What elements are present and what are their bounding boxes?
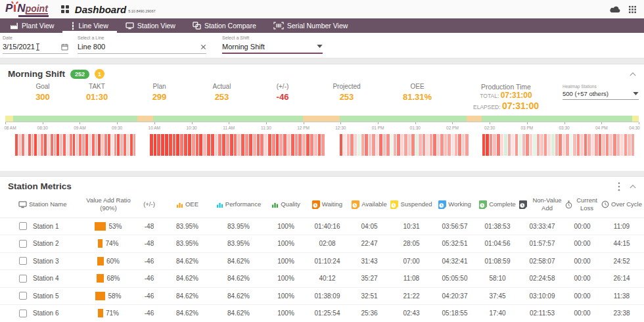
- production-time: Production Time TOTAL: 07:31:00 ELAPSED:…: [453, 83, 559, 112]
- table-row[interactable]: Station 671%-4684.62%84.62%100%01:25:542…: [0, 305, 644, 322]
- row-checkbox[interactable]: [19, 240, 27, 248]
- col-header-name[interactable]: Station Name: [0, 196, 83, 213]
- production-time-label: Production Time: [453, 83, 559, 91]
- cell-complete: 37:45: [476, 292, 519, 300]
- col-header-available[interactable]: Available: [350, 196, 389, 213]
- chevron-up-icon[interactable]: [630, 185, 636, 189]
- table-row[interactable]: Station 274%-4883.95%83.95%100%02:0822:4…: [0, 235, 644, 253]
- axis-tick: [229, 122, 229, 125]
- metric-label: OEE: [381, 83, 453, 90]
- col-header-label: Over Cycle: [611, 200, 642, 208]
- cell-complete: 01:38:53: [476, 223, 519, 230]
- row-checkbox[interactable]: [19, 222, 27, 230]
- logo-word-point: point: [26, 4, 48, 14]
- col-header-oee[interactable]: OEE: [164, 196, 210, 213]
- metric-label: Goal: [20, 83, 66, 90]
- nav-tab-serial-number-view[interactable]: Serial Number View: [265, 18, 357, 33]
- axis-label: 11:30: [261, 126, 271, 130]
- nav-tab-label: Station View: [137, 22, 175, 30]
- metric-value: 81.31%: [381, 92, 453, 102]
- metric-label: Projected: [312, 83, 381, 90]
- station-heatmap[interactable]: [5, 134, 639, 156]
- col-header-label: Working: [448, 200, 471, 208]
- calendar-icon[interactable]: [61, 43, 68, 51]
- col-header-performance[interactable]: Performance: [210, 196, 267, 213]
- col-header-working[interactable]: Working: [434, 196, 476, 213]
- cell-working: 05:18:55: [434, 310, 476, 317]
- cell-name: Station 1: [0, 222, 83, 230]
- date-input[interactable]: 3/15/2021: [3, 43, 35, 51]
- value-add-bar: [95, 222, 106, 231]
- nav-tab-line-view[interactable]: Line View: [62, 18, 116, 33]
- shift-select-value[interactable]: Morning Shift: [222, 43, 265, 51]
- pinpoint-logo[interactable]: P N point: [5, 1, 48, 18]
- line-select-field[interactable]: Select a Line Line 800: [78, 35, 206, 58]
- value-add-text: 53%: [108, 223, 122, 230]
- row-checkbox[interactable]: [19, 275, 27, 283]
- axis-tick: [304, 122, 304, 125]
- warning-count-badge: 1: [95, 69, 104, 79]
- value-add-text: 68%: [106, 275, 120, 282]
- cloud-icon[interactable]: [609, 5, 621, 13]
- col-header-label: Performance: [225, 200, 261, 208]
- table-row[interactable]: Station 153%-4883.95%83.95%100%01:40:160…: [0, 218, 644, 236]
- metric-value: 253: [312, 92, 381, 102]
- strip-segment-orange: [303, 116, 340, 122]
- heatmap-stations-select[interactable]: Heatmap Stations 500 (+57 others): [563, 83, 639, 100]
- cell-plus_minus: -46: [134, 275, 164, 282]
- table-row[interactable]: Station 558%-4684.62%84.62%100%01:38:093…: [0, 288, 644, 306]
- metric-label: TAKT: [66, 83, 128, 90]
- clear-icon[interactable]: [200, 44, 206, 50]
- strip-segment-yellow: [632, 116, 639, 122]
- cell-current_loss: 00:00: [565, 258, 599, 265]
- col-header-suspended[interactable]: Suspended: [389, 196, 434, 213]
- production-time-total: TOTAL: 07:31:00: [453, 91, 559, 101]
- station-name: Station 3: [33, 258, 58, 265]
- app-header: P N point Dashboard 5.10.8490.29067: [0, 0, 644, 18]
- col-header-value_add[interactable]: Value Add Ratio (90%): [83, 196, 134, 213]
- axis-label: 03:30: [559, 126, 569, 130]
- col-header-non_value_add[interactable]: Non-Value Add: [519, 196, 565, 213]
- barcode-icon: [273, 22, 284, 30]
- axis-tick: [490, 122, 490, 125]
- nav-tab-label: Station Compare: [204, 22, 256, 30]
- table-row[interactable]: Station 468%-4684.62%84.62%100%40:1235:2…: [0, 270, 644, 288]
- cell-performance: 84.62%: [210, 292, 267, 300]
- date-field[interactable]: Date 3/15/2021: [3, 35, 68, 58]
- line-select-value[interactable]: Line 800: [78, 43, 105, 51]
- nav-tab-station-compare[interactable]: Station Compare: [184, 18, 265, 33]
- station-name: Station 4: [33, 275, 58, 282]
- col-header-over_cycle[interactable]: Over Cycle: [599, 196, 644, 213]
- cell-value_add: 60%: [83, 257, 134, 265]
- metric-value: 299: [128, 92, 191, 102]
- cell-waiting: 01:25:54: [305, 310, 350, 317]
- caret-down-icon: [317, 45, 323, 48]
- chevron-up-icon[interactable]: [630, 72, 636, 76]
- cell-value_add: 74%: [83, 239, 134, 248]
- row-checkbox[interactable]: [19, 257, 27, 265]
- col-header-label: (+/-): [143, 200, 155, 208]
- col-header-waiting[interactable]: Waiting: [305, 196, 350, 213]
- cell-available: 25:36: [350, 310, 389, 317]
- table-row[interactable]: Station 360%-4684.62%84.62%100%01:10:243…: [0, 253, 644, 271]
- nav-tab-station-view[interactable]: Station View: [117, 18, 184, 33]
- col-header-quality[interactable]: Quality: [267, 196, 305, 213]
- axis-tick: [601, 122, 602, 125]
- table-body: Station 153%-4883.95%83.95%100%01:40:160…: [0, 218, 644, 322]
- badge-clock-icon: [352, 200, 359, 209]
- metric-value: 253: [191, 92, 253, 102]
- shift-select-field[interactable]: Select a Shift Morning Shift: [222, 35, 323, 58]
- col-header-label: Current Loss: [574, 196, 599, 213]
- cell-suspended: 07:00: [389, 258, 434, 265]
- apps-grid-icon[interactable]: [629, 6, 636, 13]
- cell-working: 04:20:37: [434, 292, 476, 300]
- col-header-plus_minus[interactable]: (+/-): [134, 196, 164, 213]
- col-header-current_loss[interactable]: Current Loss: [565, 196, 599, 213]
- nav-tab-plant-view[interactable]: Plant View: [1, 18, 62, 33]
- shift-panel-title: Morning Shift: [8, 69, 65, 79]
- axis-tick: [117, 122, 118, 125]
- col-header-complete[interactable]: Complete: [476, 196, 519, 213]
- row-checkbox[interactable]: [19, 310, 27, 317]
- dots-vertical-icon[interactable]: [618, 182, 620, 191]
- row-checkbox[interactable]: [19, 292, 27, 300]
